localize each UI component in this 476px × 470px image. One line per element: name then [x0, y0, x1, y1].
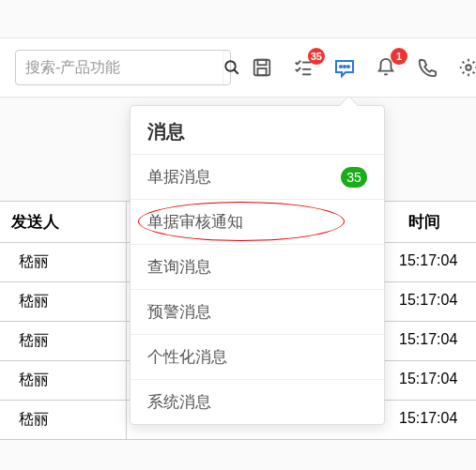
svg-rect-3 — [257, 60, 266, 66]
search-icon — [223, 59, 240, 76]
search-box — [15, 50, 231, 85]
dropdown-item-label: 查询消息 — [147, 256, 211, 278]
cell-sender: 嵇丽 — [0, 322, 127, 361]
svg-line-1 — [234, 69, 238, 74]
dropdown-title: 消息 — [131, 106, 384, 154]
dropdown-item-label: 系统消息 — [147, 391, 211, 413]
toolbar-icons: 35 1 — [250, 55, 476, 80]
cell-sender: 嵇丽 — [0, 401, 127, 440]
phone-button[interactable] — [415, 55, 439, 80]
search-input[interactable] — [16, 59, 223, 76]
dropdown-badge: 35 — [341, 167, 367, 188]
chat-icon — [333, 56, 356, 79]
alert-button[interactable]: 1 — [374, 55, 398, 80]
phone-icon — [417, 57, 438, 78]
dropdown-item[interactable]: 系统消息 — [131, 379, 384, 424]
message-dropdown: 消息 单据消息35单据审核通知查询消息预警消息个性化消息系统消息 — [130, 105, 385, 425]
cell-sender: 嵇丽 — [0, 361, 127, 401]
dropdown-item-label: 个性化消息 — [147, 346, 227, 368]
task-badge: 35 — [308, 48, 325, 65]
svg-point-0 — [225, 61, 236, 71]
dropdown-item-label: 单据审核通知 — [147, 211, 243, 233]
svg-point-8 — [340, 66, 342, 68]
settings-button[interactable] — [456, 55, 476, 80]
alert-badge: 1 — [391, 48, 407, 65]
header-sender: 发送人 — [0, 202, 127, 243]
dropdown-item[interactable]: 预警消息 — [131, 289, 384, 334]
dropdown-item[interactable]: 个性化消息 — [131, 334, 384, 379]
gear-icon — [458, 57, 476, 78]
svg-point-12 — [466, 65, 471, 70]
svg-point-9 — [344, 66, 345, 68]
top-toolbar: 35 1 — [0, 38, 476, 98]
svg-point-10 — [347, 66, 349, 68]
dropdown-item[interactable]: 单据消息35 — [131, 154, 384, 199]
search-button[interactable] — [223, 51, 240, 84]
dropdown-item-label: 预警消息 — [147, 301, 211, 323]
cell-sender: 嵇丽 — [0, 282, 127, 322]
message-button[interactable] — [332, 55, 357, 80]
svg-rect-4 — [257, 68, 266, 75]
task-button[interactable]: 35 — [291, 55, 315, 80]
dropdown-item[interactable]: 单据审核通知 — [131, 199, 384, 244]
save-button[interactable] — [250, 55, 274, 80]
dropdown-item-label: 单据消息 — [147, 166, 211, 188]
save-icon — [252, 57, 272, 78]
cell-sender: 嵇丽 — [0, 243, 127, 282]
dropdown-item[interactable]: 查询消息 — [131, 244, 384, 289]
